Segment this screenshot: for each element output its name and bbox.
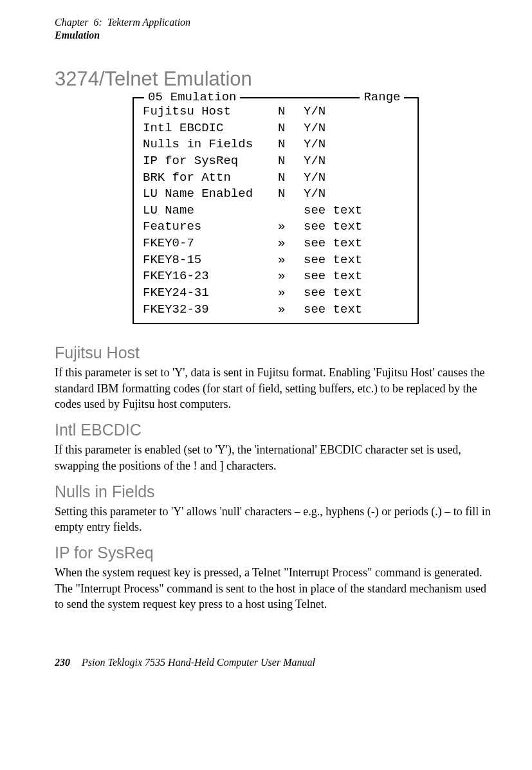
setting-value: N [278, 186, 304, 203]
page-header: Chapter 6: Tekterm Application Emulation [55, 16, 497, 42]
setting-range: see text [304, 285, 411, 302]
sub-heading-fujitsu-host: Fujitsu Host [55, 344, 497, 362]
setting-row: LU Name Enabled N Y/N [143, 186, 411, 203]
setting-label: FKEY24-31 [143, 285, 278, 302]
page: Chapter 6: Tekterm Application Emulation… [0, 0, 532, 688]
setting-range: Y/N [304, 153, 411, 170]
body-text: Setting this parameter to 'Y' allows 'nu… [55, 504, 497, 535]
box-header: 05 Emulation Range [134, 89, 417, 106]
setting-value: » [278, 302, 304, 318]
setting-range: Y/N [304, 120, 411, 137]
setting-label: FKEY16-23 [143, 268, 278, 285]
setting-range: see text [304, 203, 411, 219]
setting-range: Y/N [304, 136, 411, 153]
body-text: When the system request key is pressed, … [55, 565, 497, 612]
page-title: 3274/Telnet Emulation [55, 68, 497, 91]
setting-row: Fujitsu Host N Y/N [143, 104, 411, 120]
body-text: If this parameter is set to 'Y', data is… [55, 365, 497, 412]
setting-value: » [278, 235, 304, 252]
setting-range: see text [304, 235, 411, 252]
page-footer: 230 Psion Teklogix 7535 Hand-Held Comput… [55, 657, 497, 668]
setting-range: Y/N [304, 186, 411, 203]
sub-heading-intl-ebcdic: Intl EBCDIC [55, 421, 497, 439]
setting-label: Features [143, 219, 278, 235]
setting-label: LU Name Enabled [143, 186, 278, 203]
setting-row: FKEY0-7 » see text [143, 235, 411, 252]
body-text: If this parameter is enabled (set to 'Y'… [55, 442, 497, 473]
setting-value: N [278, 120, 304, 137]
footer-text: Psion Teklogix 7535 Hand-Held Computer U… [82, 657, 315, 668]
setting-range: see text [304, 252, 411, 269]
setting-label: IP for SysReq [143, 153, 278, 170]
setting-row: IP for SysReq N Y/N [143, 153, 411, 170]
chapter-line: Chapter 6: Tekterm Application [55, 16, 497, 29]
setting-row: FKEY24-31 » see text [143, 285, 411, 302]
setting-value: N [278, 153, 304, 170]
setting-value: N [278, 104, 304, 120]
setting-label: LU Name [143, 203, 278, 219]
section-line: Emulation [55, 29, 497, 42]
setting-row: FKEY8-15 » see text [143, 252, 411, 269]
emulation-settings-box: 05 Emulation Range Fujitsu Host N Y/N In… [133, 97, 419, 324]
box-number: 05 [144, 89, 167, 106]
setting-row: Nulls in Fields N Y/N [143, 136, 411, 153]
setting-label: FKEY0-7 [143, 235, 278, 252]
box-range-label: Range [360, 89, 404, 106]
setting-value: » [278, 285, 304, 302]
setting-range: Y/N [304, 170, 411, 187]
setting-label: Nulls in Fields [143, 136, 278, 153]
setting-row: LU Name see text [143, 203, 411, 219]
setting-range: see text [304, 268, 411, 285]
setting-row: Intl EBCDIC N Y/N [143, 120, 411, 137]
setting-range: Y/N [304, 104, 411, 120]
setting-value: » [278, 219, 304, 235]
setting-value: N [278, 170, 304, 187]
setting-value: » [278, 268, 304, 285]
setting-row: Features » see text [143, 219, 411, 235]
setting-label: Fujitsu Host [143, 104, 278, 120]
box-label: Emulation [167, 89, 241, 106]
page-number: 230 [55, 657, 70, 668]
setting-row: FKEY16-23 » see text [143, 268, 411, 285]
setting-label: FKEY8-15 [143, 252, 278, 269]
setting-row: FKEY32-39 » see text [143, 302, 411, 318]
setting-row: BRK for Attn N Y/N [143, 170, 411, 187]
setting-range: see text [304, 302, 411, 318]
setting-label: Intl EBCDIC [143, 120, 278, 137]
setting-value: » [278, 252, 304, 269]
setting-value [278, 203, 304, 219]
setting-label: FKEY32-39 [143, 302, 278, 318]
setting-range: see text [304, 219, 411, 235]
setting-label: BRK for Attn [143, 170, 278, 187]
sub-heading-nulls-in-fields: Nulls in Fields [55, 482, 497, 501]
sub-heading-ip-for-sysreq: IP for SysReq [55, 544, 497, 562]
setting-value: N [278, 136, 304, 153]
